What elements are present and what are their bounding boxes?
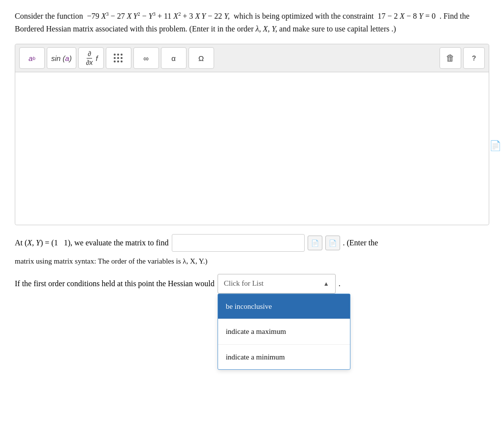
dropdown-placeholder: Click for List bbox=[224, 278, 264, 289]
eval-prefix: At (X, Y) = (1 1), we evaluate the matri… bbox=[15, 237, 169, 249]
toolbar: ab sin (a) ∂ ∂x f ∞ α Ω 🗑 ? bbox=[15, 44, 489, 72]
dropdown-item-indicate-maximum[interactable]: indicate a maximum bbox=[218, 319, 350, 345]
toolbar-trash-button[interactable]: 🗑 bbox=[440, 47, 461, 69]
toolbar-alpha-button[interactable]: α bbox=[161, 47, 187, 69]
evaluation-line: At (X, Y) = (1 1), we evaluate the matri… bbox=[15, 234, 489, 252]
toolbar-sin-button[interactable]: sin (a) bbox=[47, 47, 76, 69]
paste-icon: 📄 bbox=[329, 239, 337, 247]
dropdown-trigger[interactable]: Click for List ▲ bbox=[218, 274, 336, 294]
editor-side-icon: 📄 bbox=[489, 140, 502, 151]
matrix-syntax-line: matrix using matrix syntax: The order of… bbox=[15, 256, 489, 267]
problem-text: Consider the function −79 X3 − 27 X Y2 −… bbox=[15, 10, 489, 35]
eval-copy-icon-button[interactable]: 📄 bbox=[308, 236, 322, 250]
editor-area[interactable] bbox=[15, 72, 489, 225]
eval-paste-icon-button[interactable]: 📄 bbox=[325, 236, 340, 250]
hessian-period: . bbox=[339, 278, 341, 290]
dropdown-wrapper: Click for List ▲ be inconclusive indicat… bbox=[218, 274, 336, 294]
eval-input[interactable] bbox=[172, 234, 305, 252]
math-editor-container: ab sin (a) ∂ ∂x f ∞ α Ω 🗑 ? bbox=[15, 44, 489, 225]
eval-suffix: . (Enter the bbox=[343, 237, 378, 249]
copy-icon: 📄 bbox=[311, 239, 319, 247]
dropdown-menu: be inconclusive indicate a maximum indic… bbox=[218, 294, 350, 370]
question-icon: ? bbox=[472, 54, 476, 62]
trash-icon: 🗑 bbox=[446, 53, 455, 63]
toolbar-infinity-button[interactable]: ∞ bbox=[133, 47, 159, 69]
toolbar-omega-button[interactable]: Ω bbox=[189, 47, 214, 69]
hessian-prefix: If the first order conditions held at th… bbox=[15, 278, 215, 290]
dropdown-item-be-inconclusive[interactable]: be inconclusive bbox=[218, 294, 350, 320]
problem-text-before: Consider the function bbox=[15, 12, 83, 20]
chevron-up-icon: ▲ bbox=[323, 279, 329, 288]
toolbar-partial-button[interactable]: ∂ ∂x f bbox=[78, 47, 104, 69]
hessian-line: If the first order conditions held at th… bbox=[15, 274, 489, 294]
dropdown-item-indicate-minimum[interactable]: indicate a minimum bbox=[218, 345, 350, 370]
toolbar-ab-button[interactable]: ab bbox=[19, 47, 45, 69]
problem-which-being: which is being optimized with the constr… bbox=[234, 12, 374, 20]
toolbar-grid-button[interactable] bbox=[106, 47, 131, 69]
toolbar-help-button[interactable]: ? bbox=[463, 47, 485, 69]
